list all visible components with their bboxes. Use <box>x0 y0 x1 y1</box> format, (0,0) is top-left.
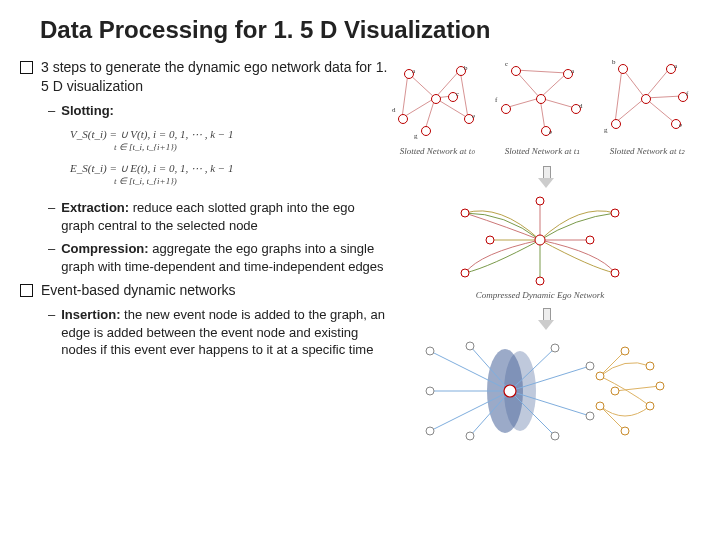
mini-graph-t2: b a g e f <box>600 58 695 143</box>
caption-t1: Slotted Network at t₁ <box>490 146 595 156</box>
right-column: a b d e g c Slotted Network at t₀ c a f … <box>390 58 700 365</box>
svg-point-56 <box>596 372 604 380</box>
svg-line-44 <box>600 351 625 376</box>
svg-point-30 <box>536 277 544 285</box>
bullet-2: Event-based dynamic networks <box>20 281 390 300</box>
svg-line-16 <box>615 98 645 123</box>
svg-line-6 <box>402 73 408 118</box>
svg-point-50 <box>466 342 474 350</box>
dash-icon: – <box>48 199 55 234</box>
svg-point-29 <box>536 197 544 205</box>
svg-point-55 <box>551 432 559 440</box>
sub-insertion: – Insertion: the new event node is added… <box>48 306 390 359</box>
svg-point-51 <box>466 432 474 440</box>
formula-block: V_S(t_i) = ∪ V(t), i = 0, 1, ⋯ , k − 1 t… <box>70 125 390 189</box>
slide: Data Processing for 1. 5 D Visualization… <box>0 0 720 540</box>
svg-point-63 <box>611 387 619 395</box>
arrow-down-icon <box>538 166 554 188</box>
sub-slotting-label: Slotting: <box>61 103 114 118</box>
mini-graph-t0: a b d e g c <box>390 58 485 143</box>
svg-line-19 <box>615 68 622 123</box>
bullet-1: 3 steps to generate the dynamic ego netw… <box>20 58 390 96</box>
dash-icon: – <box>48 306 55 359</box>
svg-point-58 <box>621 347 629 355</box>
svg-point-28 <box>611 269 619 277</box>
svg-point-54 <box>586 412 594 420</box>
svg-point-59 <box>621 427 629 435</box>
svg-point-49 <box>426 427 434 435</box>
square-bullet-icon <box>20 284 33 297</box>
svg-line-13 <box>515 70 567 73</box>
left-column: 3 steps to generate the dynamic ego netw… <box>20 58 390 365</box>
svg-point-31 <box>486 236 494 244</box>
content-row: 3 steps to generate the dynamic ego netw… <box>20 58 702 365</box>
svg-line-15 <box>645 68 670 98</box>
dash-icon: – <box>48 102 55 120</box>
ego-network-graph <box>450 193 630 288</box>
svg-point-53 <box>586 362 594 370</box>
svg-point-26 <box>611 209 619 217</box>
slide-title: Data Processing for 1. 5 D Visualization <box>40 16 702 44</box>
caption-t0: Slotted Network at t₀ <box>385 146 490 156</box>
svg-point-60 <box>646 362 654 370</box>
svg-point-52 <box>551 344 559 352</box>
formula-subscript-2: t ∈ [t_i, t_{i+1}) <box>114 174 390 189</box>
bullet-1-text: 3 steps to generate the dynamic ego netw… <box>41 58 390 96</box>
sub-compression: – Compression: aggregate the ego graphs … <box>48 240 390 275</box>
mini-graph-t1: c a f d e <box>495 58 590 143</box>
svg-point-62 <box>656 382 664 390</box>
bullet-2-text: Event-based dynamic networks <box>41 281 236 300</box>
sub-slotting: – Slotting: <box>48 102 390 120</box>
svg-line-45 <box>600 406 625 431</box>
svg-point-27 <box>461 269 469 277</box>
event-network-graph <box>415 336 675 446</box>
arrow-down-icon <box>538 308 554 330</box>
svg-point-24 <box>535 235 545 245</box>
sub-extraction-label: Extraction: <box>61 200 129 215</box>
svg-point-32 <box>586 236 594 244</box>
svg-point-64 <box>504 385 516 397</box>
svg-point-48 <box>426 387 434 395</box>
dash-icon: – <box>48 240 55 275</box>
svg-point-47 <box>426 347 434 355</box>
caption-t2: Slotted Network at t₂ <box>595 146 700 156</box>
sub-extraction: – Extraction: reduce each slotted graph … <box>48 199 390 234</box>
svg-point-57 <box>596 402 604 410</box>
square-bullet-icon <box>20 61 33 74</box>
svg-line-46 <box>615 386 660 391</box>
formula-subscript-1: t ∈ [t_i, t_{i+1}) <box>114 140 390 155</box>
sub-compression-label: Compression: <box>61 241 148 256</box>
svg-line-7 <box>460 70 468 118</box>
sub-insertion-label: Insertion: <box>61 307 120 322</box>
svg-point-25 <box>461 209 469 217</box>
svg-point-61 <box>646 402 654 410</box>
caption-ego: Compressed Dynamic Ego Network <box>445 290 635 300</box>
